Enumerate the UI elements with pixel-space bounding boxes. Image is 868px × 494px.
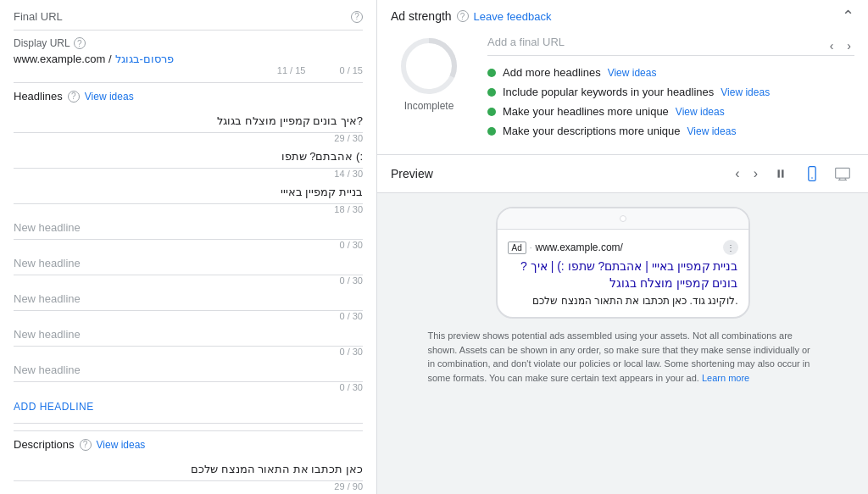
preview-section: Preview ‹ › [377, 155, 868, 494]
ad-strength-help-icon[interactable]: ? [457, 10, 469, 22]
strength-dot-3 [487, 108, 496, 116]
headline-count-2: 14 / 30 [14, 169, 363, 179]
descriptions-help-icon[interactable]: ? [80, 439, 92, 451]
strength-nav-prev[interactable]: ‹ [826, 36, 837, 56]
headline-row-7: 0 / 30 [14, 323, 363, 357]
preview-mobile-btn[interactable] [800, 162, 824, 186]
strength-view-ideas-1[interactable]: View ideas [608, 67, 657, 79]
headlines-view-ideas-link[interactable]: View ideas [85, 91, 134, 103]
ad-strength-title-row: Ad strength ? Leave feedback [391, 9, 551, 23]
description-count-1: 29 / 90 [14, 481, 363, 491]
descriptions-section-header: Descriptions ? View ideas [14, 438, 363, 451]
strength-final-url-prompt: Add a final URL [487, 36, 565, 48]
descriptions-section-title: Descriptions [14, 438, 75, 451]
headline-input-6[interactable] [14, 287, 363, 311]
add-headline-button[interactable]: ADD HEADLINE [14, 394, 94, 419]
preview-header: Preview ‹ › [377, 155, 868, 193]
preview-content: Ad · www.example.com/ ⋮ בניית קמפיין באי… [377, 193, 868, 494]
learn-more-link[interactable]: Learn more [702, 373, 749, 383]
strength-dot-4 [487, 127, 496, 136]
ad-strength-section: Ad strength ? Leave feedback ⌃ Incomplet… [377, 0, 868, 155]
headline-row-6: 0 / 30 [14, 287, 363, 321]
headlines-section-header: Headlines ? View ideas [14, 90, 363, 103]
preview-nav-prev[interactable]: ‹ [732, 163, 743, 185]
ad-badge-row: Ad · www.example.com/ ⋮ [508, 240, 738, 255]
leave-feedback-link[interactable]: Leave feedback [474, 10, 552, 23]
ad-description: .לוקינג גוד. כאן תכתבו את התאור המנצח של… [508, 295, 738, 307]
headline-count-5: 0 / 30 [14, 275, 363, 286]
strength-nav-next[interactable]: › [843, 36, 854, 56]
ad-url-text: www.example.com/ [536, 241, 623, 253]
headlines-section-title: Headlines [14, 90, 63, 103]
headline-row-1: 29 / 30 [14, 109, 363, 143]
headline-count-6: 0 / 30 [14, 311, 363, 321]
phone-top-bar [498, 208, 748, 230]
display-url-help-icon[interactable]: ? [74, 37, 86, 49]
strength-url-row: Add a final URL ‹ › [487, 36, 854, 56]
final-url-row: Final URL ? [14, 10, 363, 31]
disclaimer-text: This preview shows potential ads assembl… [428, 330, 810, 383]
headline-input-4[interactable] [14, 216, 363, 240]
right-panel: Ad strength ? Leave feedback ⌃ Incomplet… [377, 0, 868, 494]
strength-view-ideas-2[interactable]: View ideas [721, 86, 770, 98]
final-url-label: Final URL [14, 10, 63, 23]
ad-menu-dot[interactable]: ⋮ [723, 240, 738, 255]
display-url-section: Display URL ? www.example.com / פרסום-בג… [14, 37, 363, 75]
svg-point-5 [811, 177, 813, 179]
display-url-count-1: 11 / 15 [277, 65, 306, 75]
headline-count-4: 0 / 30 [14, 240, 363, 250]
headline-count-1: 29 / 30 [14, 133, 363, 143]
description-input-1[interactable] [14, 458, 363, 481]
display-url-base: www.example.com / [14, 53, 112, 65]
headlines-help-icon[interactable]: ? [68, 91, 80, 103]
phone-content: Ad · www.example.com/ ⋮ בניית קמפיין באי… [498, 230, 748, 317]
phone-notch [620, 215, 626, 222]
final-url-help-icon[interactable]: ? [351, 11, 363, 23]
strength-dot-1 [487, 69, 496, 77]
preview-desktop-btn[interactable] [831, 162, 854, 186]
phone-mockup: Ad · www.example.com/ ⋮ בניית קמפיין באי… [496, 207, 750, 319]
descriptions-section: Descriptions ? View ideas 29 / 90 10 / 9… [14, 430, 363, 494]
svg-rect-3 [782, 169, 783, 177]
ad-strength-content: Incomplete Add a final URL ‹ › Add more … [391, 36, 854, 144]
preview-controls: ‹ › [732, 162, 854, 186]
strength-item-2: Include popular keywords in your headlin… [487, 86, 854, 98]
ad-badge: Ad [508, 241, 526, 254]
ad-strength-title: Ad strength [391, 9, 452, 23]
headline-row-2: 14 / 30 [14, 145, 363, 179]
strength-view-ideas-3[interactable]: View ideas [676, 106, 725, 118]
ad-headline: בניית קמפיין באייי | אהבתם? שתפו :) | אי… [508, 258, 738, 291]
headline-input-3[interactable] [14, 180, 363, 204]
display-url-field-label: Display URL ? [14, 37, 363, 49]
strength-item-4: Make your descriptions more unique View … [487, 125, 854, 137]
descriptions-view-ideas-link[interactable]: View ideas [97, 439, 146, 451]
strength-circle-svg [398, 36, 459, 97]
headline-input-7[interactable] [14, 323, 363, 347]
headlines-section: Headlines ? View ideas 29 / 30 14 / 30 1… [14, 90, 363, 419]
display-url-label-text: Display URL [14, 37, 70, 49]
headline-row-3: 18 / 30 [14, 180, 363, 214]
headline-count-3: 18 / 30 [14, 204, 363, 214]
ad-url-row: Ad · www.example.com/ [508, 241, 623, 254]
strength-dot-2 [487, 88, 496, 97]
strength-circle-container: Incomplete [391, 36, 467, 112]
preview-pause-btn[interactable] [768, 164, 793, 183]
svg-rect-6 [836, 168, 850, 178]
display-url-slug: פרסום-בגוגל [115, 53, 174, 65]
preview-nav-next[interactable]: › [750, 163, 761, 185]
ad-strength-collapse-icon[interactable]: ⌃ [842, 7, 854, 25]
display-url-value: www.example.com / פרסום-בגוגל [14, 53, 363, 65]
strength-view-ideas-4[interactable]: View ideas [687, 125, 737, 137]
headline-input-8[interactable] [14, 358, 363, 382]
headline-row-4: 0 / 30 [14, 216, 363, 250]
description-row-1: 29 / 90 [14, 458, 363, 491]
display-url-char-counts: 11 / 15 0 / 15 [14, 65, 363, 75]
headline-input-2[interactable] [14, 145, 363, 169]
preview-disclaimer: This preview shows potential ads assembl… [428, 329, 818, 385]
display-url-count-2: 0 / 15 [339, 65, 363, 75]
headline-input-1[interactable] [14, 109, 363, 133]
headline-count-7: 0 / 30 [14, 347, 363, 357]
strength-label: Incomplete [404, 100, 454, 112]
strength-items: Add a final URL ‹ › Add more headlines V… [487, 36, 854, 144]
headline-input-5[interactable] [14, 252, 363, 275]
